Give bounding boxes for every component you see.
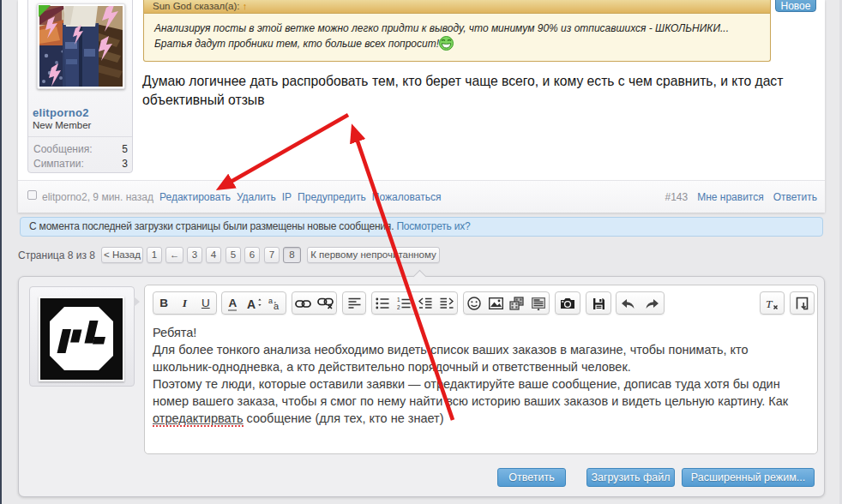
svg-text:a: a xyxy=(268,297,273,305)
svg-text:T: T xyxy=(766,297,773,310)
svg-text:a: a xyxy=(274,301,280,311)
svg-text:2: 2 xyxy=(397,304,400,310)
svg-text:1: 1 xyxy=(397,297,400,303)
svg-text:A: A xyxy=(247,297,256,310)
